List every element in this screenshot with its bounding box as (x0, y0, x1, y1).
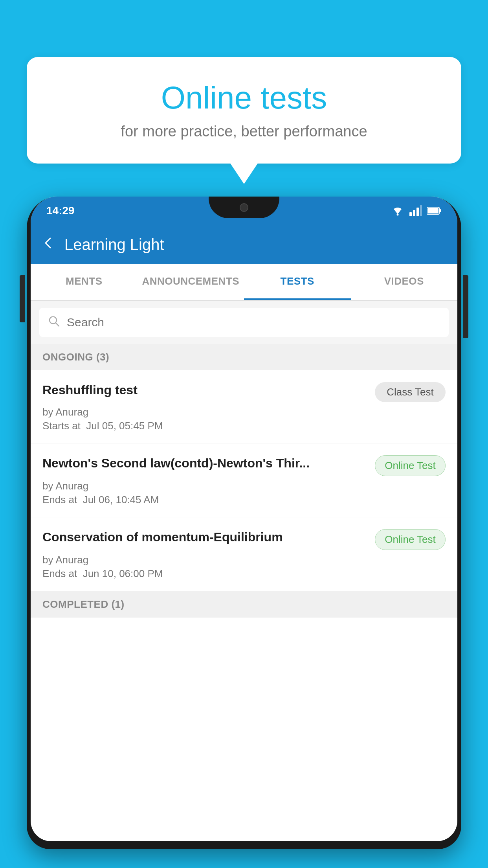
search-icon (48, 315, 60, 330)
test-item[interactable]: Newton's Second law(contd)-Newton's Thir… (31, 443, 457, 517)
notch (209, 197, 279, 218)
phone-container: 14:29 (27, 193, 461, 868)
test-item[interactable]: Reshuffling test Class Test by Anurag St… (31, 370, 457, 443)
test-badge: Online Test (375, 529, 446, 550)
test-name: Newton's Second law(contd)-Newton's Thir… (42, 455, 367, 472)
ongoing-section-header: ONGOING (3) (31, 344, 457, 370)
tab-ments[interactable]: MENTS (31, 264, 138, 300)
test-badge: Online Test (375, 455, 446, 476)
tab-announcements[interactable]: ANNOUNCEMENTS (138, 264, 244, 300)
svg-rect-7 (427, 208, 438, 213)
test-name: Reshuffling test (42, 382, 367, 399)
test-meta-author: by Anurag (42, 480, 446, 492)
test-meta-time: Starts at Jul 05, 05:45 PM (42, 420, 446, 432)
search-container (31, 301, 457, 344)
svg-rect-6 (440, 209, 441, 212)
camera-dot (240, 203, 248, 212)
status-icons (391, 205, 442, 216)
svg-rect-3 (416, 208, 419, 216)
search-wrapper (39, 308, 449, 337)
speech-bubble-container: Online tests for more practice, better p… (27, 57, 461, 164)
bubble-subtitle: for more practice, better performance (46, 123, 442, 140)
svg-rect-4 (420, 205, 422, 216)
phone-outer: 14:29 (27, 197, 461, 849)
test-meta-time: Ends at Jun 10, 06:00 PM (42, 568, 446, 580)
search-input[interactable] (39, 308, 449, 337)
phone-screen: 14:29 (31, 197, 457, 841)
test-item[interactable]: Conservation of momentum-Equilibrium Onl… (31, 517, 457, 591)
signal-icon (409, 205, 422, 216)
back-button[interactable] (42, 236, 55, 253)
tab-tests[interactable]: TESTS (244, 264, 351, 300)
test-name: Conservation of momentum-Equilibrium (42, 529, 367, 546)
battery-icon (427, 206, 442, 215)
svg-rect-2 (413, 210, 415, 216)
app-title: Learning Light (64, 236, 164, 254)
test-meta-time: Ends at Jul 06, 10:45 AM (42, 494, 446, 506)
test-badge: Class Test (375, 382, 446, 402)
completed-section-header: COMPLETED (1) (31, 591, 457, 618)
svg-line-9 (56, 323, 59, 326)
test-meta-author: by Anurag (42, 406, 446, 418)
tabs-bar: MENTS ANNOUNCEMENTS TESTS VIDEOS (31, 264, 457, 301)
test-meta-author: by Anurag (42, 554, 446, 566)
speech-bubble: Online tests for more practice, better p… (27, 57, 461, 164)
status-bar: 14:29 (31, 197, 457, 225)
status-time: 14:29 (46, 204, 75, 217)
bubble-title: Online tests (46, 81, 442, 115)
tab-videos[interactable]: VIDEOS (351, 264, 458, 300)
svg-point-0 (397, 214, 399, 216)
wifi-icon (391, 205, 405, 216)
app-bar: Learning Light (31, 225, 457, 264)
svg-rect-1 (409, 212, 412, 216)
